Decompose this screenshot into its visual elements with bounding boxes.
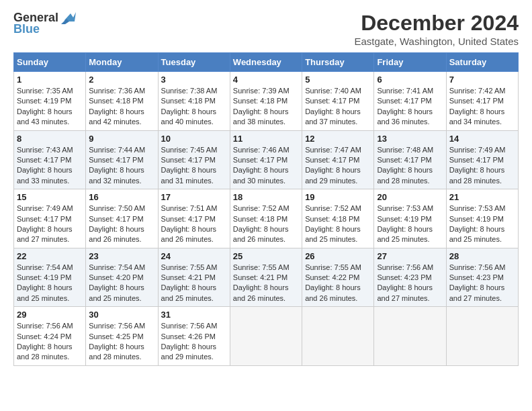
calendar-header-sunday: Sunday (14, 53, 86, 72)
sunset-label: Sunset: 4:23 PM (449, 273, 504, 281)
sunrise-label: Sunrise: 7:42 AM (449, 87, 506, 95)
day-info: Sunrise: 7:56 AM Sunset: 4:23 PM Dayligh… (377, 263, 443, 304)
daylight-label: Daylight: 8 hours and 37 minutes. (305, 107, 361, 126)
calendar-cell: 5 Sunrise: 7:40 AM Sunset: 4:17 PM Dayli… (302, 72, 374, 131)
day-info: Sunrise: 7:40 AM Sunset: 4:17 PM Dayligh… (305, 86, 371, 128)
daylight-label: Daylight: 8 hours and 34 minutes. (449, 107, 505, 126)
day-number: 12 (305, 134, 371, 144)
day-info: Sunrise: 7:55 AM Sunset: 4:22 PM Dayligh… (305, 263, 371, 304)
day-info: Sunrise: 7:35 AM Sunset: 4:19 PM Dayligh… (17, 86, 83, 128)
daylight-label: Daylight: 8 hours and 25 minutes. (89, 283, 144, 302)
daylight-label: Daylight: 8 hours and 31 minutes. (161, 166, 217, 184)
day-info: Sunrise: 7:46 AM Sunset: 4:17 PM Dayligh… (233, 145, 299, 187)
daylight-label: Daylight: 8 hours and 26 minutes. (233, 283, 289, 302)
day-info: Sunrise: 7:50 AM Sunset: 4:17 PM Dayligh… (89, 203, 154, 245)
sunset-label: Sunset: 4:18 PM (89, 97, 143, 105)
daylight-label: Daylight: 8 hours and 29 minutes. (161, 342, 217, 361)
calendar-cell: 15 Sunrise: 7:49 AM Sunset: 4:17 PM Dayl… (14, 189, 86, 248)
day-info: Sunrise: 7:53 AM Sunset: 4:19 PM Dayligh… (449, 203, 515, 245)
day-info: Sunrise: 7:52 AM Sunset: 4:18 PM Dayligh… (305, 203, 371, 245)
sunset-label: Sunset: 4:18 PM (161, 97, 216, 105)
sunrise-label: Sunrise: 7:36 AM (89, 87, 145, 95)
calendar-body: 1 Sunrise: 7:35 AM Sunset: 4:19 PM Dayli… (14, 72, 519, 366)
day-info: Sunrise: 7:49 AM Sunset: 4:17 PM Dayligh… (17, 203, 83, 245)
day-number: 11 (233, 134, 299, 144)
calendar-cell: 3 Sunrise: 7:38 AM Sunset: 4:18 PM Dayli… (158, 72, 230, 131)
calendar-cell: 31 Sunrise: 7:56 AM Sunset: 4:26 PM Dayl… (158, 307, 230, 366)
day-info: Sunrise: 7:48 AM Sunset: 4:17 PM Dayligh… (377, 145, 443, 187)
sunset-label: Sunset: 4:22 PM (305, 273, 359, 281)
daylight-label: Daylight: 8 hours and 43 minutes. (17, 107, 73, 126)
calendar-cell: 23 Sunrise: 7:54 AM Sunset: 4:20 PM Dayl… (86, 248, 158, 307)
sunrise-label: Sunrise: 7:53 AM (449, 204, 506, 212)
sunrise-label: Sunrise: 7:43 AM (17, 146, 73, 154)
day-info: Sunrise: 7:47 AM Sunset: 4:17 PM Dayligh… (305, 145, 371, 187)
calendar-cell: 13 Sunrise: 7:48 AM Sunset: 4:17 PM Dayl… (374, 130, 446, 189)
daylight-label: Daylight: 8 hours and 40 minutes. (161, 107, 217, 126)
day-info: Sunrise: 7:44 AM Sunset: 4:17 PM Dayligh… (89, 145, 154, 187)
calendar-cell: 9 Sunrise: 7:44 AM Sunset: 4:17 PM Dayli… (86, 130, 158, 189)
calendar-cell (230, 307, 302, 366)
sunrise-label: Sunrise: 7:47 AM (305, 146, 361, 154)
daylight-label: Daylight: 8 hours and 33 minutes. (17, 166, 73, 184)
daylight-label: Daylight: 8 hours and 38 minutes. (233, 107, 289, 126)
calendar-cell: 18 Sunrise: 7:52 AM Sunset: 4:18 PM Dayl… (230, 189, 302, 248)
sunrise-label: Sunrise: 7:51 AM (161, 204, 218, 212)
day-number: 31 (161, 310, 227, 320)
calendar-cell: 30 Sunrise: 7:56 AM Sunset: 4:25 PM Dayl… (86, 307, 158, 366)
logo-blue-text: Blue (13, 22, 40, 36)
logo: General Blue (13, 11, 76, 36)
daylight-label: Daylight: 8 hours and 28 minutes. (449, 166, 505, 184)
calendar-cell: 12 Sunrise: 7:47 AM Sunset: 4:17 PM Dayl… (302, 130, 374, 189)
month-title: December 2024 (354, 11, 519, 36)
sunrise-label: Sunrise: 7:56 AM (161, 322, 218, 330)
sunrise-label: Sunrise: 7:54 AM (89, 263, 145, 271)
calendar-cell: 1 Sunrise: 7:35 AM Sunset: 4:19 PM Dayli… (14, 72, 86, 131)
sunset-label: Sunset: 4:17 PM (17, 156, 71, 164)
daylight-label: Daylight: 8 hours and 27 minutes. (17, 225, 73, 243)
calendar-header-friday: Friday (374, 53, 446, 72)
sunrise-label: Sunrise: 7:55 AM (305, 263, 361, 271)
day-number: 25 (233, 251, 299, 261)
day-info: Sunrise: 7:45 AM Sunset: 4:17 PM Dayligh… (161, 145, 227, 187)
day-info: Sunrise: 7:36 AM Sunset: 4:18 PM Dayligh… (89, 86, 154, 128)
sunrise-label: Sunrise: 7:49 AM (17, 204, 73, 212)
calendar-cell: 6 Sunrise: 7:41 AM Sunset: 4:17 PM Dayli… (374, 72, 446, 131)
daylight-label: Daylight: 8 hours and 26 minutes. (233, 225, 289, 243)
sunrise-label: Sunrise: 7:46 AM (233, 146, 290, 154)
sunset-label: Sunset: 4:17 PM (17, 215, 71, 223)
calendar-cell: 11 Sunrise: 7:46 AM Sunset: 4:17 PM Dayl… (230, 130, 302, 189)
sunset-label: Sunset: 4:19 PM (17, 97, 71, 105)
calendar-cell: 21 Sunrise: 7:53 AM Sunset: 4:19 PM Dayl… (446, 189, 518, 248)
day-number: 4 (233, 75, 299, 85)
day-number: 2 (89, 75, 154, 85)
daylight-label: Daylight: 8 hours and 26 minutes. (89, 225, 144, 243)
sunset-label: Sunset: 4:17 PM (449, 156, 504, 164)
calendar-cell: 8 Sunrise: 7:43 AM Sunset: 4:17 PM Dayli… (14, 130, 86, 189)
sunset-label: Sunset: 4:17 PM (161, 156, 216, 164)
day-number: 6 (377, 75, 443, 85)
sunset-label: Sunset: 4:26 PM (161, 332, 216, 340)
day-number: 1 (17, 75, 83, 85)
day-number: 19 (305, 192, 371, 202)
calendar-cell: 14 Sunrise: 7:49 AM Sunset: 4:17 PM Dayl… (446, 130, 518, 189)
calendar: SundayMondayTuesdayWednesdayThursdayFrid… (13, 52, 519, 366)
calendar-cell: 20 Sunrise: 7:53 AM Sunset: 4:19 PM Dayl… (374, 189, 446, 248)
calendar-header-wednesday: Wednesday (230, 53, 302, 72)
daylight-label: Daylight: 8 hours and 25 minutes. (161, 283, 217, 302)
calendar-cell: 29 Sunrise: 7:56 AM Sunset: 4:24 PM Dayl… (14, 307, 86, 366)
logo-bird-icon (61, 12, 76, 24)
calendar-cell (446, 307, 518, 366)
sunrise-label: Sunrise: 7:50 AM (89, 204, 145, 212)
sunset-label: Sunset: 4:24 PM (17, 332, 71, 340)
calendar-cell: 19 Sunrise: 7:52 AM Sunset: 4:18 PM Dayl… (302, 189, 374, 248)
sunset-label: Sunset: 4:17 PM (89, 156, 143, 164)
calendar-week-row: 15 Sunrise: 7:49 AM Sunset: 4:17 PM Dayl… (14, 189, 519, 248)
day-info: Sunrise: 7:51 AM Sunset: 4:17 PM Dayligh… (161, 203, 227, 245)
sunset-label: Sunset: 4:18 PM (305, 215, 359, 223)
sunset-label: Sunset: 4:17 PM (305, 156, 359, 164)
sunset-label: Sunset: 4:19 PM (377, 215, 431, 223)
day-info: Sunrise: 7:56 AM Sunset: 4:25 PM Dayligh… (89, 321, 154, 363)
daylight-label: Daylight: 8 hours and 36 minutes. (377, 107, 433, 126)
day-number: 23 (89, 251, 154, 261)
